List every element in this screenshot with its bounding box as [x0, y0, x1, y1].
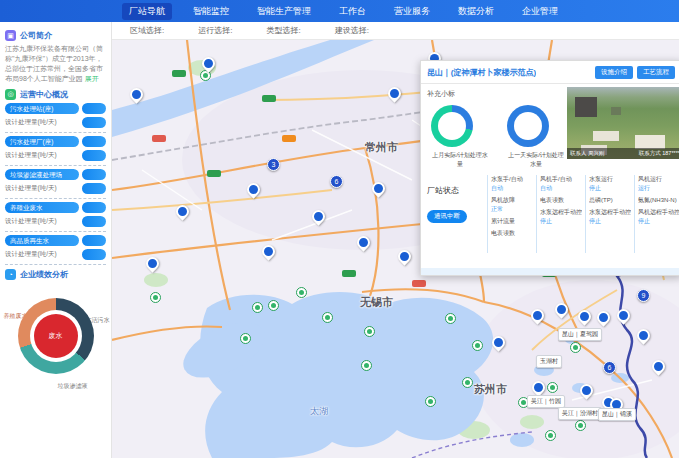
expand-link[interactable]: 展开 [85, 75, 99, 82]
topnav-item-智能监控[interactable]: 智能监控 [186, 3, 236, 20]
donut-hole [514, 112, 542, 140]
popup-button-2[interactable]: 工艺流程 [637, 66, 675, 79]
perf-ring: 废水 [18, 298, 94, 374]
stat-count-pill [82, 202, 106, 213]
status-cell-label: 累计流量 [491, 217, 533, 226]
stat-group-5: 高品质再生水设计处理量(吨/天) [5, 235, 106, 265]
site-label[interactable]: 玉湖村 [536, 355, 562, 368]
stat-label-row: 高品质再生水 [5, 235, 106, 246]
poi-marker[interactable] [462, 377, 473, 388]
filter-4[interactable]: 建设选择: [335, 25, 369, 36]
station-photo[interactable]: 联系人 周兴刚 联系方式 187**** [567, 87, 679, 159]
status-col-4: 风机运行运行氨氮(NH3N-N)风机远程手动控制停止 [634, 175, 679, 253]
status-cell-value: 自动 [491, 184, 533, 193]
topnav-item-工作台[interactable]: 工作台 [332, 3, 373, 20]
status-cell: 电表读数 [540, 196, 582, 205]
donut-label: 上月实际/计划处理水量 [431, 151, 489, 169]
popup-header: 昆山｜(淀神潭村卜家楼示范点) 设施介绍工艺流程 [421, 61, 679, 84]
poi-marker[interactable] [364, 326, 375, 337]
poi-marker[interactable] [445, 313, 456, 324]
poi-marker[interactable] [361, 360, 372, 371]
status-cell-value: 停止 [589, 217, 631, 226]
poi-marker[interactable] [268, 300, 279, 311]
donut-row: 上月实际/计划处理水量上一天实际/计划处理水量 [427, 105, 565, 169]
poi-marker[interactable] [570, 342, 581, 353]
status-cell-value: 停止 [540, 217, 582, 226]
poi-marker[interactable] [240, 333, 251, 344]
stat-sub-row: 设计处理量(吨/天) [5, 183, 106, 194]
stat-capacity-pill [82, 216, 106, 227]
popup-title: 昆山｜(淀神潭村卜家楼示范点) [427, 67, 536, 78]
status-cell: 累计流量 [491, 217, 533, 226]
popup-button-1[interactable]: 设施介绍 [595, 66, 633, 79]
cluster-marker[interactable]: 6 [603, 361, 616, 374]
map-canvas[interactable]: 常州市无锡市苏州市太湖3669昆山｜夏驾园玉湖村吴江｜竹园吴江｜汾湖村昆山｜锦溪… [112, 40, 679, 458]
stat-label: 高品质再生水 [5, 235, 79, 246]
site-label[interactable]: 昆山｜夏驾园 [558, 328, 602, 341]
stat-label: 污水处理站(座) [5, 103, 79, 114]
contact-phone: 联系方式 187**** [639, 150, 679, 157]
cluster-marker[interactable]: 6 [330, 175, 343, 188]
poi-marker[interactable] [547, 382, 558, 393]
status-col-1: 水泵手/自动自动风机故障正常累计流量电表读数 [487, 175, 536, 253]
status-cell-label: 电表读数 [491, 229, 533, 238]
filter-2[interactable]: 运行选择: [198, 25, 232, 36]
popup-subtitle: 补充小标 [427, 89, 565, 99]
stat-label-row: 养殖业废水 [5, 202, 106, 213]
donut-2: 上一天实际/计划处理水量 [507, 105, 565, 169]
sidebar: ▣ 公司简介 江苏九康环保装备有限公司（简称"九康环保"）成立于2013年，总部… [0, 22, 112, 458]
cluster-marker[interactable]: 3 [267, 158, 280, 171]
poi-marker[interactable] [296, 287, 307, 298]
stat-group-4: 养殖业废水设计处理量(吨/天) [5, 202, 106, 232]
stat-group-3: 垃圾渗滤液处理场设计处理量(吨/天) [5, 169, 106, 199]
poi-marker[interactable] [322, 312, 333, 323]
perf-section-header: ◔ 企业绩效分析 [5, 269, 106, 280]
road-shield [207, 170, 221, 177]
status-title: 厂站状态 [427, 185, 487, 196]
popup-footer [421, 268, 679, 275]
stat-group-2: 污水处理厂(座)设计处理量(吨/天) [5, 136, 106, 166]
status-cell-value: 自动 [540, 184, 582, 193]
topnav-item-智能生产管理[interactable]: 智能生产管理 [250, 3, 318, 20]
poi-marker[interactable] [150, 292, 161, 303]
status-cell-label: 水泵远程手动控制 [589, 208, 631, 217]
topnav-item-数据分析[interactable]: 数据分析 [451, 3, 501, 20]
donut-ring [507, 105, 549, 147]
cluster-marker[interactable]: 9 [637, 289, 650, 302]
stat-capacity-pill [82, 117, 106, 128]
road-shield [152, 135, 166, 142]
status-col-2: 风机手/自动自动电表读数水泵远程手动控制停止 [536, 175, 585, 253]
company-title: 公司简介 [20, 30, 52, 41]
poi-marker[interactable] [575, 420, 586, 431]
stat-label: 污水处理厂(座) [5, 136, 79, 147]
filter-3[interactable]: 类型选择: [266, 25, 300, 36]
stat-divider [5, 165, 106, 166]
topnav-item-企业管理[interactable]: 企业管理 [515, 3, 565, 20]
stat-count-pill [82, 136, 106, 147]
poi-marker[interactable] [472, 340, 483, 351]
ops-stats: 污水处理站(座)设计处理量(吨/天)污水处理厂(座)设计处理量(吨/天)垃圾渗滤… [5, 103, 106, 265]
status-col-3: 水泵运行停止总磷(TP)水泵远程手动控制停止 [585, 175, 634, 253]
site-label[interactable]: 吴江｜汾湖村 [558, 407, 602, 420]
poi-marker[interactable] [252, 302, 263, 313]
perf-center-label: 废水 [34, 314, 78, 358]
ops-section-header: ◎ 运营中心概况 [5, 89, 106, 100]
city-label-苏州市: 苏州市 [474, 382, 507, 397]
poi-marker[interactable] [425, 396, 436, 407]
status-cell-value: 运行 [638, 184, 679, 193]
filter-1[interactable]: 区域选择: [130, 25, 164, 36]
poi-marker[interactable] [545, 430, 556, 441]
stat-capacity-pill [82, 183, 106, 194]
status-cell: 水泵运行停止 [589, 175, 631, 193]
topnav-item-厂站导航[interactable]: 厂站导航 [122, 3, 172, 20]
popup-body: 补充小标 上月实际/计划处理水量上一天实际/计划处理水量 联系人 周兴刚 联系方… [421, 84, 679, 169]
status-cell-label: 水泵手/自动 [491, 175, 533, 184]
site-label[interactable]: 昆山｜锦溪 [598, 408, 636, 421]
donut-label: 上一天实际/计划处理水量 [507, 151, 565, 169]
stat-divider [5, 198, 106, 199]
perf-icon: ◔ [5, 269, 16, 280]
status-badge[interactable]: 通讯中断 [427, 210, 467, 223]
topnav-item-营业服务[interactable]: 营业服务 [387, 3, 437, 20]
status-cell: 水泵远程手动控制停止 [540, 208, 582, 226]
station-popup: 昆山｜(淀神潭村卜家楼示范点) 设施介绍工艺流程 补充小标 上月实际/计划处理水… [420, 60, 679, 276]
